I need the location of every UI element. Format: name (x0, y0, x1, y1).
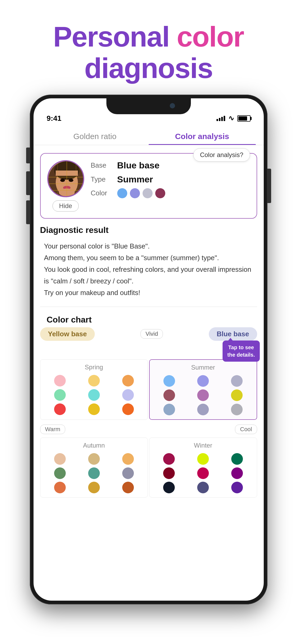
summer-dot (197, 404, 209, 415)
signal-icon (216, 116, 225, 121)
summer-dot (231, 375, 243, 387)
spring-dot (54, 403, 66, 415)
spring-dot (88, 403, 100, 415)
tab-bar: Golden ratio Color analysis (34, 124, 264, 145)
status-icons: ∿ (216, 114, 251, 122)
spring-dot (122, 403, 134, 415)
autumn-dot (88, 467, 100, 479)
front-camera (170, 103, 175, 108)
bottom-seasons: Autumn (40, 438, 257, 498)
autumn-dots (44, 453, 144, 493)
summer-dot (163, 375, 175, 387)
color-analysis-button[interactable]: Color analysis? (193, 148, 250, 162)
winter-dot (231, 453, 243, 465)
type-row: Type Summer (91, 174, 250, 185)
spring-label: Spring (44, 364, 144, 371)
autumn-cell: Autumn (40, 438, 148, 498)
phone-device: 9:41 ∿ Golden ratio (30, 95, 267, 604)
base-value: Blue base (117, 160, 160, 171)
spring-cell: Spring (40, 359, 148, 420)
autumn-label: Autumn (44, 442, 144, 449)
phone-notch (106, 98, 191, 114)
color-dot-2 (130, 188, 140, 198)
spring-dot (88, 375, 100, 387)
color-dot-1 (117, 188, 127, 198)
tab-golden-ratio[interactable]: Golden ratio (41, 127, 149, 145)
autumn-dot (54, 482, 66, 493)
type-label: Type (91, 175, 117, 183)
summer-dot (231, 389, 243, 401)
battery-icon (237, 115, 251, 122)
summer-label: Summer (154, 364, 253, 371)
warm-label: Warm (40, 425, 65, 434)
svg-point-5 (60, 179, 65, 182)
avatar-section: Hide (47, 160, 84, 211)
page-header: Personal color diagnosis (0, 0, 297, 95)
yellow-base-badge: Yellow base (40, 327, 95, 341)
status-time: 9:41 (47, 114, 62, 123)
result-card: Hide Base Blue base Type Summer Color (40, 153, 257, 219)
color-quadrant: Spring (40, 359, 257, 420)
base-row: Base Blue base (91, 160, 250, 171)
svg-point-6 (69, 179, 73, 182)
result-info: Base Blue base Type Summer Color (91, 160, 250, 202)
spring-dot (122, 375, 134, 387)
autumn-dot (54, 453, 66, 465)
tab-color-analysis[interactable]: Color analysis (149, 127, 256, 145)
winter-dot (231, 467, 243, 479)
phone-wrapper: 9:41 ∿ Golden ratio (0, 95, 297, 604)
winter-dot (197, 482, 209, 493)
header-color: color (169, 21, 244, 53)
summer-dot (197, 375, 209, 387)
color-row: Color (91, 188, 250, 198)
color-dot-4 (155, 188, 165, 198)
color-swatches (117, 188, 165, 198)
color-chart-section: Color chart Yellow base Vivid Blue base … (34, 310, 264, 511)
base-labels: Yellow base Vivid Blue base Tap to see t… (40, 327, 257, 341)
winter-dots (153, 453, 253, 493)
autumn-dot (122, 453, 134, 465)
diagnostic-section: Diagnostic result Your personal color is… (34, 223, 264, 304)
winter-dot (163, 482, 175, 493)
spring-dot (122, 389, 134, 401)
color-dot-3 (143, 188, 153, 198)
spring-dots (44, 375, 144, 415)
summer-dots (154, 375, 253, 415)
section-divider (40, 307, 257, 307)
vivid-label: Vivid (140, 329, 163, 339)
cool-label: Cool (235, 425, 257, 434)
base-label: Base (91, 161, 117, 169)
color-chart-title: Color chart (40, 312, 257, 327)
summer-dot (231, 404, 243, 415)
spring-dot (54, 375, 66, 387)
spring-dot (88, 389, 100, 401)
phone-screen: 9:41 ∿ Golden ratio (34, 98, 264, 601)
hide-button[interactable]: Hide (53, 200, 79, 211)
spring-dot (54, 389, 66, 401)
avatar (47, 160, 84, 197)
winter-dot (197, 467, 209, 479)
autumn-dot (88, 482, 100, 493)
diagnostic-title: Diagnostic result (34, 223, 264, 238)
header-diagnosis: diagnosis (84, 52, 213, 84)
summer-cell[interactable]: Summer (149, 359, 257, 420)
autumn-dot (122, 482, 134, 493)
winter-dot (197, 453, 209, 465)
color-label: Color (91, 189, 117, 197)
page-title: Personal color diagnosis (16, 21, 281, 84)
winter-cell: Winter (149, 438, 257, 498)
tap-bubble: Tap to see the details. (223, 341, 260, 362)
autumn-dot (54, 467, 66, 479)
diagnostic-text: Your personal color is "Blue Base". Amon… (34, 238, 264, 304)
winter-dot (163, 453, 175, 465)
winter-dot (163, 467, 175, 479)
wifi-icon: ∿ (228, 114, 234, 122)
summer-dot (197, 389, 209, 401)
summer-dot (163, 404, 175, 415)
autumn-dot (122, 467, 134, 479)
winter-dot (231, 482, 243, 493)
autumn-dot (88, 453, 100, 465)
winter-label: Winter (153, 442, 253, 449)
axis-labels: Warm Cool (40, 422, 257, 436)
summer-dot (163, 389, 175, 401)
